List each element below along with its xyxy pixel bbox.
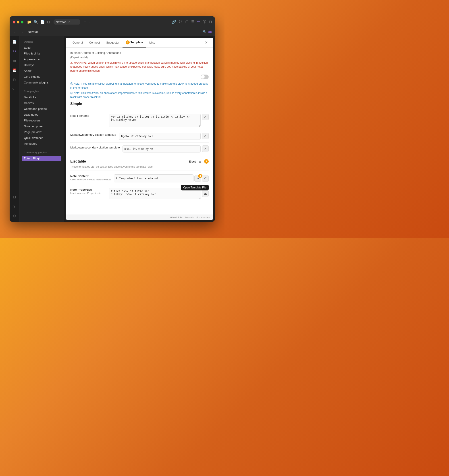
note-content-input-group: ↗ 3 ↺ Open Template File xyxy=(114,174,209,182)
tab-badge-template: 1 xyxy=(126,40,130,45)
note-properties-sub: Used to render Properties in xyxy=(70,192,106,194)
status-bar: 0 backlinks 0 words 0 characters xyxy=(66,215,213,220)
markdown-primary-input[interactable] xyxy=(119,133,201,140)
tab-connect[interactable]: Connect xyxy=(86,38,103,47)
inplace-toggle[interactable] xyxy=(201,74,209,79)
list-icon[interactable]: ☰ xyxy=(191,20,194,24)
note-properties-button[interactable]: ⏏ xyxy=(202,190,209,197)
copy-icon[interactable]: ⎘ xyxy=(12,77,17,83)
tag-icon[interactable]: 🏷 xyxy=(185,20,189,24)
tab-close-icon[interactable]: ✕ xyxy=(68,21,70,23)
publish-icon[interactable]: ⊡ xyxy=(12,194,17,200)
help-icon[interactable]: ? xyxy=(12,204,16,210)
sidebar-toggle-icon[interactable]: ⊟ xyxy=(209,20,212,24)
sidebar-item-quick-switcher[interactable]: Quick switcher xyxy=(22,135,61,141)
tab-template[interactable]: 1Template xyxy=(123,38,146,48)
info-circle-icon[interactable]: ⓘ xyxy=(203,20,206,24)
markdown-primary-input-group: ✓ xyxy=(119,133,209,140)
settings-content: General Connect Suggester 1Template Misc… xyxy=(66,38,213,220)
sidebar-item-community-plugins[interactable]: Community plugins xyxy=(22,80,61,85)
words-count: 0 words xyxy=(185,216,194,219)
calendar-icon[interactable]: 📅 xyxy=(11,68,18,74)
layout-icon[interactable]: ⊡ xyxy=(47,20,50,24)
file-icon[interactable]: 📄 xyxy=(40,20,45,24)
markdown-secondary-confirm-button[interactable]: ✓ xyxy=(202,145,209,152)
sidebar-item-about[interactable]: About xyxy=(22,68,61,74)
options-section-label: Options xyxy=(22,40,61,43)
search-icon[interactable]: 🔍 xyxy=(34,20,38,24)
sidebar-item-core-plugins[interactable]: Core plugins xyxy=(22,74,61,79)
connections-icon[interactable]: ⚯ xyxy=(12,48,17,54)
grid-icon[interactable]: ⊞ xyxy=(12,58,17,64)
info-text-1: ⓘ Note: If you disable callout warpping … xyxy=(70,82,209,90)
tab-misc[interactable]: Misc xyxy=(146,38,158,47)
sidebar-item-zotero-plugin[interactable]: Zotero Plugin xyxy=(22,156,61,161)
note-content-row: Note Content Used to render created lite… xyxy=(70,172,209,185)
note-filename-input-group: <%= it.citekey ?? it.DOI ?? it.title ?? … xyxy=(109,114,209,127)
title-bar: 📁 🔍 📄 ⊡ New tab ✕ + ⌄ 🔗 ⛓ 🏷 ☰ ✏ ⓘ ⊟ xyxy=(10,16,215,28)
eject-button[interactable]: ⏏ xyxy=(197,159,203,164)
sidebar-item-files-links[interactable]: Files & Links xyxy=(22,51,61,56)
add-tab-icon[interactable]: + xyxy=(84,20,86,24)
reset-template-button[interactable]: ↺ xyxy=(202,175,209,182)
markdown-secondary-row: Markdown secondary citation template ✓ xyxy=(70,143,209,155)
sidebar-item-canvas[interactable]: Canvas xyxy=(22,100,61,106)
ejectable-heading: Ejectable xyxy=(70,159,86,164)
forward-icon[interactable]: → xyxy=(19,30,24,34)
close-panel-button[interactable]: ✕ xyxy=(203,39,210,46)
traffic-lights xyxy=(13,21,23,23)
broken-link-icon[interactable]: ⛓ xyxy=(179,20,182,24)
tab-label: New tab xyxy=(56,20,67,24)
tabs-bar: General Connect Suggester 1Template Misc… xyxy=(66,38,213,48)
sidebar-item-file-recovery[interactable]: File recovery xyxy=(22,118,61,123)
highlight-icon[interactable]: ✏ xyxy=(197,20,200,24)
badge-note: 3 xyxy=(198,174,202,178)
sidebar-icons-bottom: ⊡ ? ⚙ xyxy=(12,194,17,219)
sidebar-item-appearance[interactable]: Appearance xyxy=(22,57,61,62)
maximize-button[interactable] xyxy=(21,21,23,23)
markdown-primary-label: Markdown primary citation template xyxy=(70,133,116,136)
markdown-secondary-input-group: ✓ xyxy=(123,145,209,153)
note-filename-input[interactable]: <%= it.citekey ?? it.DOI ?? it.title ?? … xyxy=(109,114,201,127)
markdown-secondary-input[interactable] xyxy=(123,145,201,153)
folder-icon[interactable]: 📁 xyxy=(27,20,31,24)
tab-suggester[interactable]: Suggester xyxy=(103,38,123,47)
file-tree-icon[interactable]: 📄 xyxy=(11,39,18,45)
characters-count: 0 characters xyxy=(196,216,210,219)
terminal-icon[interactable]: >_ xyxy=(11,86,17,92)
main-content: 📄 ⚯ ⊞ 📅 ⎘ >_ ⊡ ? ⚙ Options Editor Files … xyxy=(10,36,215,222)
sidebar-item-page-preview[interactable]: Page preview xyxy=(22,129,61,135)
tab-dropdown-icon[interactable]: ⌄ xyxy=(88,20,91,24)
toolbar-title: New tab xyxy=(28,30,39,34)
sidebar-item-command-palette[interactable]: Command palette xyxy=(22,106,61,112)
ejectable-header: Ejectable Eject ⏏ 2 xyxy=(70,159,209,164)
sidebar-item-hotkeys[interactable]: Hotkeys xyxy=(22,62,61,68)
toolbar: ← → New tab ⋯ 🔍 ob xyxy=(10,28,215,36)
markdown-primary-row: Markdown primary citation template ✓ xyxy=(70,130,209,143)
note-filename-confirm-button[interactable]: ✓ xyxy=(202,114,209,120)
note-properties-label-group: Note Properties Used to render Propertie… xyxy=(70,188,106,194)
open-template-button[interactable]: ↗ 3 xyxy=(194,175,201,182)
eject-label: Eject xyxy=(189,160,196,163)
chain-link-icon[interactable]: 🔗 xyxy=(172,20,176,24)
sidebar-item-templates[interactable]: Templates xyxy=(22,141,61,147)
more-options-icon[interactable]: ⋯ xyxy=(41,30,45,34)
back-icon[interactable]: ← xyxy=(13,30,18,34)
settings-icon[interactable]: ⚙ xyxy=(12,213,17,219)
sidebar-item-editor[interactable]: Editor xyxy=(22,45,61,51)
sidebar-item-daily-notes[interactable]: Daily notes xyxy=(22,112,61,117)
settings-body: In-place Update of Existing Annotations … xyxy=(66,48,213,215)
minimize-button[interactable] xyxy=(17,21,19,23)
eject-btn-group: Eject ⏏ 2 xyxy=(189,159,209,164)
close-button[interactable] xyxy=(13,21,15,23)
sidebar-item-note-composer[interactable]: Note composer xyxy=(22,124,61,129)
warning-text: ⚠ WARNING: When enable, the plugin will … xyxy=(70,61,209,73)
markdown-primary-confirm-button[interactable]: ✓ xyxy=(202,133,209,139)
note-content-input[interactable] xyxy=(114,174,193,182)
tab-general[interactable]: General xyxy=(69,38,86,47)
sidebar-item-backlinks[interactable]: Backlinks xyxy=(22,94,61,100)
settings-sidebar: Options Editor Files & Links Appearance … xyxy=(19,36,64,222)
vault-search-icon[interactable]: 🔍 xyxy=(203,30,206,34)
info-text-2: ⓘ Note: This won't work on annotations i… xyxy=(70,91,209,99)
toggle-row xyxy=(70,74,209,79)
